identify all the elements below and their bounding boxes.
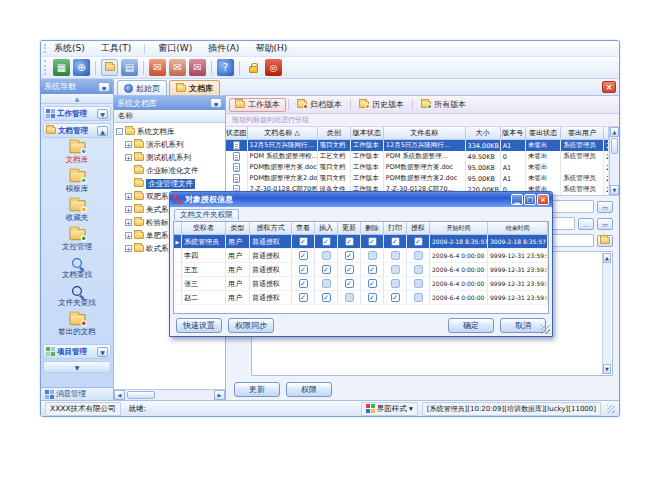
field-button-icon[interactable]: ▭	[597, 218, 613, 230]
expand-box-icon[interactable]: +	[125, 141, 132, 148]
col-insert[interactable]: 插入	[315, 222, 338, 235]
expand-box-icon[interactable]: +	[125, 245, 132, 252]
work-version-button[interactable]: 工作版本	[229, 98, 286, 112]
table-row[interactable]: PDM 系统数据整理检…工艺文档 工作版本PDM 系统数据整理… 49.50KB…	[226, 151, 609, 162]
col-checkout-state[interactable]: 签出状态	[526, 127, 561, 140]
delete-checkbox[interactable]	[368, 251, 377, 260]
scroll-down-icon[interactable]: ▼	[603, 364, 611, 374]
delete-checkbox[interactable]	[368, 293, 377, 302]
tree-column-header[interactable]: 名称	[114, 110, 225, 123]
view-checkbox[interactable]	[299, 279, 308, 288]
expand-box-icon[interactable]: +	[125, 193, 132, 200]
authorize-checkbox[interactable]	[414, 265, 423, 274]
col-authorize[interactable]: 授权	[407, 222, 430, 235]
nav-scroll-up[interactable]: ▲	[41, 94, 113, 104]
tree-node[interactable]: 企业标准化文件	[116, 164, 225, 177]
collapse-box-icon[interactable]: -	[116, 128, 123, 135]
sidebar-item-doc-control[interactable]: 文控管理	[62, 228, 92, 252]
lock-icon[interactable]	[245, 59, 262, 76]
exit-icon[interactable]: ◎	[265, 59, 282, 76]
col-print[interactable]: 打印	[384, 222, 407, 235]
col-file-name[interactable]: 文件名称	[384, 127, 466, 140]
view-checkbox[interactable]	[299, 293, 308, 302]
insert-checkbox[interactable]	[322, 279, 331, 288]
update-checkbox[interactable]	[345, 265, 354, 274]
table-row[interactable]: PDM数据整理方案.doc项目文档 工作版本PDM数据整理方案.doc 95.0…	[226, 162, 609, 173]
ellipsis-button-icon[interactable]: …	[578, 218, 594, 230]
mail-new-icon[interactable]: ✉	[149, 59, 166, 76]
vertical-scrollbar[interactable]: ▲ ▼	[609, 127, 619, 195]
insert-checkbox[interactable]	[322, 293, 331, 302]
authorize-checkbox[interactable]	[414, 293, 423, 302]
history-version-button[interactable]: 历史版本	[353, 98, 410, 112]
expand-box-icon[interactable]: +	[125, 232, 132, 239]
print-checkbox[interactable]	[391, 293, 400, 302]
permission-row[interactable]: 李四 用户 普通授权 2009-6-4 0:00:00 9999-12-31 2…	[174, 249, 548, 263]
chevron-up-icon[interactable]: ▲	[97, 126, 108, 136]
tab-doc-library[interactable]: 文档库	[169, 80, 220, 95]
sidebar-item-favorites[interactable]: 收藏夹	[66, 199, 89, 223]
col-type[interactable]: 类型	[226, 222, 250, 235]
tree-node[interactable]: + 演示机系列	[116, 138, 225, 151]
all-version-button[interactable]: 所有版本	[415, 98, 472, 112]
update-button[interactable]: 更新	[234, 382, 280, 397]
authorize-checkbox[interactable]	[414, 279, 423, 288]
authorize-checkbox[interactable]	[414, 251, 423, 260]
permission-row[interactable]: 赵二 用户 普通授权 2009-6-4 0:00:00 9999-12-31 2…	[174, 291, 548, 305]
section-work-management[interactable]: 工作管理 ▼	[43, 106, 111, 121]
section-document-management[interactable]: 文档管理 ▲	[43, 123, 111, 138]
monitor-icon[interactable]: ▤	[121, 59, 138, 76]
print-checkbox[interactable]	[391, 279, 400, 288]
scroll-right-icon[interactable]: ▶	[214, 390, 225, 400]
col-category[interactable]: 类别	[318, 127, 351, 140]
help-icon[interactable]: ?	[217, 59, 234, 76]
mail-open-icon[interactable]: ✉	[169, 59, 186, 76]
ok-button[interactable]: 确定	[448, 318, 494, 333]
col-doc-name[interactable]: 文档名称 △	[248, 127, 318, 140]
quick-setting-button[interactable]: 快速设置	[176, 318, 222, 333]
resize-grip[interactable]	[607, 405, 615, 413]
col-grantee[interactable]: 受权者	[182, 222, 226, 235]
view-checkbox[interactable]	[299, 237, 308, 246]
chevron-down-icon[interactable]: ▼	[97, 109, 108, 119]
permission-button[interactable]: 权限	[286, 382, 332, 397]
field-button-icon[interactable]: ▭	[597, 201, 613, 213]
group-by-band[interactable]: 拖动列标题到此进行分组	[226, 114, 619, 127]
col-version-no[interactable]: 版本号	[501, 127, 526, 140]
scroll-up-icon[interactable]: ▲	[610, 127, 619, 137]
tab-start-page[interactable]: 起始页	[117, 80, 167, 95]
tree-root[interactable]: - 系统文档库	[116, 125, 225, 138]
close-icon[interactable]: ×	[537, 194, 549, 205]
scroll-thumb[interactable]	[127, 391, 155, 399]
sidebar-item-doc-search[interactable]: 文档查找	[62, 257, 92, 280]
menu-tools[interactable]: 工具(T)	[98, 41, 135, 56]
table-row[interactable]: 12月5日万兴隆网行…项目文档 工作版本12月5日万兴隆网行… 334.00KB…	[226, 140, 609, 151]
perm-sync-button[interactable]: 权限同步	[228, 318, 274, 333]
menu-help[interactable]: 帮助(H)	[252, 41, 290, 56]
sidebar-item-folder-search[interactable]: 文件夹查找	[58, 285, 96, 308]
close-icon[interactable]: ×	[602, 81, 616, 93]
sidebar-item-doc-library[interactable]: 文档库	[66, 141, 89, 165]
scroll-left-icon[interactable]: ◀	[114, 390, 125, 400]
horizontal-scrollbar[interactable]: ◀ ▶	[114, 389, 225, 400]
open-folder-button[interactable]	[597, 235, 613, 247]
view-checkbox[interactable]	[299, 251, 308, 260]
sidebar-item-checked-out-docs[interactable]: 签出的文档	[58, 313, 96, 337]
delete-checkbox[interactable]	[368, 265, 377, 274]
section-project-management[interactable]: 项目管理 ▼	[43, 344, 111, 359]
permission-row[interactable]: ▶ 系统管理员 用户 普通授权 2009-2-18 8:35:57 3009-2…	[174, 235, 548, 249]
delete-checkbox[interactable]	[368, 237, 377, 246]
permission-row[interactable]: 王五 用户 普通授权 2009-6-4 0:00:00 9999-12-31 2…	[174, 263, 548, 277]
maximize-icon[interactable]: □	[524, 194, 536, 205]
archive-version-button[interactable]: 归档版本	[291, 98, 348, 112]
print-checkbox[interactable]	[391, 265, 400, 274]
col-checkout-user[interactable]: 签出用户	[561, 127, 604, 140]
scroll-thumb[interactable]	[611, 138, 618, 154]
minimize-icon[interactable]: ▁	[511, 194, 523, 205]
expand-box-icon[interactable]: +	[125, 206, 132, 213]
col-update[interactable]: 更新	[338, 222, 361, 235]
mail-mark-icon[interactable]: ✉	[189, 59, 206, 76]
update-checkbox[interactable]	[345, 237, 354, 246]
dialog-title-bar[interactable]: 对象授权信息 ▁ □ ×	[170, 192, 552, 207]
open-folder-icon[interactable]	[101, 59, 118, 76]
